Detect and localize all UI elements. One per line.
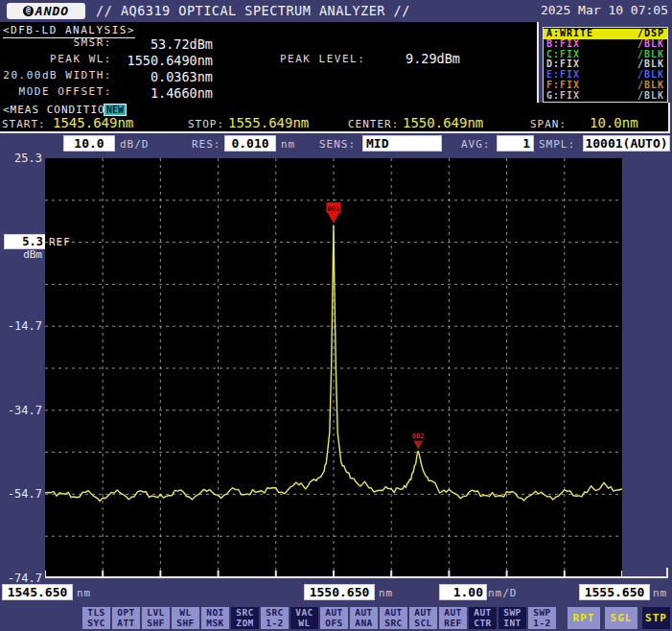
center-label: CENTER:	[348, 118, 399, 130]
center-value[interactable]: 1550.649nm	[403, 115, 483, 130]
res-label: RES:	[192, 138, 221, 151]
svg-text:002: 002	[412, 432, 425, 440]
softkey-opt-att[interactable]: OPTATT	[112, 607, 140, 629]
softkey-lvl-shf[interactable]: LVLSHF	[142, 607, 170, 629]
ando-logo: @ ANDO	[7, 3, 85, 19]
softkey-aut-ana[interactable]: AUTANA	[350, 607, 378, 629]
smpl-label: SMPL:	[539, 138, 575, 151]
softkey-label: AUT	[409, 608, 437, 619]
avg-field[interactable]: 1	[497, 135, 534, 152]
span-value[interactable]: 10.0nm	[590, 115, 638, 130]
y-tick-label: -34.7	[0, 404, 42, 417]
softkey-label: SCL	[409, 619, 437, 629]
mode-offset-value: 1.4660nm	[0, 85, 213, 101]
softkey-aut-scl[interactable]: AUTSCL	[409, 607, 437, 629]
softkey-label: AUT	[380, 608, 407, 619]
softkey-label: ANA	[350, 619, 378, 629]
softkey-label: ZOM	[231, 619, 259, 629]
trace-name: A:WRITE	[546, 29, 593, 39]
res-unit: nm	[281, 138, 295, 151]
spectrum-chart: 001002	[45, 158, 622, 578]
softkey-aut-src[interactable]: AUTSRC	[380, 607, 407, 629]
start-label: START:	[2, 118, 46, 130]
y-tick-label: -74.7	[0, 572, 42, 585]
softkey-label: SWP	[528, 608, 556, 619]
ando-logo-text: ANDO	[35, 4, 69, 18]
softkey-swp-int[interactable]: SWPINT	[498, 607, 526, 629]
trace-mode: /BLK	[637, 39, 664, 50]
trace-mode: /BLK	[637, 70, 664, 81]
softkey-label: WL	[172, 608, 199, 619]
softkey-label: AUT	[439, 608, 467, 619]
softkey-label: TLS	[82, 608, 110, 619]
peak-marker-002: 002	[412, 432, 425, 449]
softkey-label: SWP	[498, 608, 526, 619]
x-scale-field[interactable]: 1.00	[439, 584, 487, 600]
softkey-aut-ctr[interactable]: AUTCTR	[469, 607, 497, 629]
trace-mode: /BLK	[637, 91, 664, 102]
softkey-label: SRC	[380, 619, 407, 629]
sweep-key-rpt[interactable]: RPT	[568, 607, 600, 629]
x-start-unit: nm	[77, 587, 91, 599]
svg-text:001: 001	[328, 205, 340, 213]
peak-marker-001: 001	[326, 202, 340, 223]
trace-row-b: B:FIX/BLK	[544, 39, 667, 50]
res-field[interactable]: 0.010	[224, 135, 276, 152]
softkey-label: ATT	[112, 619, 140, 629]
trace-a-line	[45, 225, 622, 501]
softkey-label: AUT	[350, 608, 378, 619]
ando-circle-icon: @	[23, 6, 34, 16]
softkey-label: SRC	[261, 608, 289, 619]
softkey-label: SYC	[82, 619, 110, 629]
softkey-label: AUT	[469, 608, 497, 619]
level-scale-field[interactable]: 10.0	[63, 135, 115, 152]
softkey-swp-1-2[interactable]: SWP1-2	[528, 607, 556, 629]
x-scale-unit: nm/D	[488, 587, 518, 599]
softkey-aut-ref[interactable]: AUTREF	[439, 607, 467, 629]
y-tick-label: -14.7	[0, 319, 42, 333]
analysis-row-width: 20.00dB WIDTH: 0.0363nm	[0, 69, 537, 84]
smpl-field[interactable]: 10001(AUTO)	[583, 135, 670, 152]
x-center-unit: nm	[379, 587, 393, 599]
softkey-label: SRC	[231, 608, 259, 619]
softkey-src-zom[interactable]: SRCZOM	[231, 607, 259, 629]
peak-level-value: 9.29dBm	[288, 51, 460, 66]
softkey-label: 1-2	[528, 619, 556, 629]
start-value[interactable]: 1545.649nm	[53, 115, 133, 130]
sweep-key-sgl[interactable]: SGL	[605, 607, 637, 629]
trace-mode: /BLK	[637, 81, 664, 91]
x-stop-field[interactable]: 1555.650	[579, 584, 650, 600]
softkey-tls-syc[interactable]: TLSSYC	[82, 607, 110, 629]
x-center-field[interactable]: 1550.650	[304, 584, 375, 600]
peak-wl-value: 1550.6490nm	[0, 53, 213, 68]
avg-label: AVG:	[461, 138, 491, 151]
softkey-label: OFS	[320, 619, 348, 629]
level-scale-unit: dB/D	[120, 138, 150, 151]
softkey-src-1-2[interactable]: SRC1-2	[261, 607, 289, 629]
meas-condition-panel: <MEAS CONDITION> NEW START:1545.649nmSTO…	[0, 103, 670, 133]
page-title: // AQ6319 OPTICAL SPECTRUM ANALYZER //	[96, 3, 410, 18]
softkey-wl-shf[interactable]: WLSHF	[172, 607, 199, 629]
softkey-label: NOI	[201, 608, 229, 619]
softkey-vac-wl[interactable]: VACWL	[290, 607, 318, 629]
smsr-value: 53.72dBm	[0, 36, 213, 52]
softkey-label: CTR	[469, 619, 497, 629]
softkey-label: INT	[498, 619, 526, 629]
softkey-noi-msk[interactable]: NOIMSK	[201, 607, 229, 629]
datetime: 2025 Mar 10 07:05	[541, 3, 668, 17]
stop-value[interactable]: 1555.649nm	[228, 115, 309, 130]
osa-screen: @ ANDO // AQ6319 OPTICAL SPECTRUM ANALYZ…	[0, 0, 672, 631]
sweep-key-stp[interactable]: STP	[642, 607, 670, 629]
axis-baseline-extension	[622, 576, 668, 578]
sens-label: SENS:	[319, 138, 356, 151]
x-start-field[interactable]: 1545.650	[2, 584, 73, 600]
softkey-aut-ofs[interactable]: AUTOFS	[320, 607, 348, 629]
ref-level-field[interactable]: 5.3	[4, 234, 46, 249]
analysis-row-smsr: SMSR: 53.72dBm	[0, 36, 537, 52]
trace-name: G:FIX	[546, 91, 580, 102]
softkey-label: MSK	[201, 619, 229, 629]
span-label: SPAN:	[530, 118, 567, 130]
stop-label: STOP:	[188, 118, 224, 130]
sens-field[interactable]: MID	[362, 135, 442, 152]
trace-name: B:FIX	[546, 39, 580, 50]
